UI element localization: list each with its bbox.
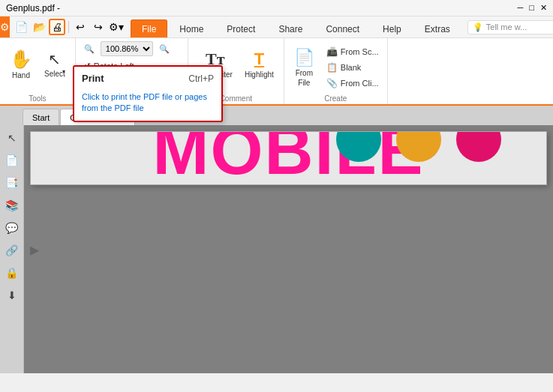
tell-me-search[interactable]: 💡 Tell me w...	[467, 20, 553, 34]
sidebar-download-icon[interactable]: ⬇	[2, 286, 22, 305]
app-title: Genplus.pdf -	[6, 3, 60, 13]
blank-btn[interactable]: 📋 Blank	[323, 60, 383, 75]
clipboard-icon: 📎	[326, 78, 338, 88]
ribbon-tabs: File Home Protect Share Connect Help Ext…	[128, 16, 461, 37]
zoom-in-icon: 🔍	[159, 44, 170, 54]
new-file-btn[interactable]: 📄	[13, 19, 29, 35]
tell-me-placeholder: Tell me w...	[486, 22, 527, 31]
select-tool-btn[interactable]: ↖ Select ▾	[39, 41, 71, 86]
tooltip-shortcut: Ctrl+P	[188, 73, 214, 84]
print-btn[interactable]: 🖨	[49, 19, 65, 35]
create-small-buttons: 📠 From Sc... 📋 Blank 📎 From Cli...	[323, 45, 383, 90]
tab-help[interactable]: Help	[371, 19, 413, 37]
tell-me-area: 💡 Tell me w...	[461, 20, 553, 34]
highlight-icon: T	[254, 49, 264, 69]
toolbar-row: ⚙ 📄 📂 🖨 ↩ ↪ ⚙▾ File Home Protect Share C…	[0, 16, 553, 38]
zoom-select[interactable]: 100.86% 50% 75% 125% 150% 200%	[101, 41, 153, 56]
circle-pink	[456, 131, 501, 162]
more-btn[interactable]: ⚙▾	[108, 19, 125, 35]
circle-amber	[396, 131, 441, 162]
page-nav-arrow[interactable]: ▶	[30, 242, 39, 256]
hand-label: Hand	[12, 71, 30, 79]
sidebar-pages-icon[interactable]: 📑	[2, 173, 22, 193]
zoom-out-btn[interactable]: 🔍	[80, 41, 98, 56]
from-clipboard-btn[interactable]: 📎 From Cli...	[323, 76, 383, 91]
hand-tool-btn[interactable]: ✋ Hand	[5, 41, 38, 86]
undo-btn[interactable]: ↩	[72, 19, 89, 35]
app-logo-btn[interactable]: ⚙	[0, 16, 10, 37]
tooltip-description: Click to print the PDF file or pages fro…	[82, 91, 214, 115]
left-sidebar: ↖ 📄 📑 📚 💬 🔗 🔒 ⬇	[0, 125, 24, 373]
zoom-in-btn[interactable]: 🔍	[155, 41, 173, 56]
from-scanner-label: From Sc...	[341, 47, 379, 56]
tab-share[interactable]: Share	[267, 19, 314, 37]
tab-protect[interactable]: Protect	[215, 19, 266, 37]
maximize-btn[interactable]: □	[529, 3, 534, 13]
pdf-circles	[336, 131, 501, 162]
tools-label: Tools	[29, 93, 46, 103]
circle-teal	[336, 131, 381, 162]
select-icon: ↖	[48, 50, 61, 68]
print-tooltip: Print Ctrl+P Click to print the PDF file…	[73, 65, 223, 122]
open-btn[interactable]: 📂	[31, 19, 47, 35]
from-scanner-btn[interactable]: 📠 From Sc...	[323, 44, 383, 59]
tools-group-content: ✋ Hand ↖ Select ▾	[5, 41, 71, 93]
highlight-btn[interactable]: T Highlight	[239, 41, 279, 86]
comment-label: Comment	[220, 93, 252, 103]
document-area: ↖ 📄 📑 📚 💬 🔗 🔒 ⬇ ▶ MOBILE	[0, 125, 553, 373]
hand-icon: ✋	[10, 49, 32, 70]
sidebar-lock-icon[interactable]: 🔒	[2, 263, 22, 283]
tab-extras[interactable]: Extras	[413, 19, 461, 37]
from-file-label-1: From	[296, 69, 313, 77]
ribbon-group-create: 📄 From File 📠 From Sc... 📋 Blank 📎 From …	[284, 38, 388, 104]
sidebar-link-icon[interactable]: 🔗	[2, 241, 22, 260]
from-file-label-2: File	[298, 79, 310, 87]
close-btn[interactable]: ✕	[540, 3, 547, 13]
window-controls[interactable]: ─ □ ✕	[518, 3, 547, 13]
zoom-row: 🔍 100.86% 50% 75% 125% 150% 200% 🔍	[80, 41, 173, 56]
create-label: Create	[324, 93, 347, 103]
sidebar-cursor-icon[interactable]: ↖	[2, 128, 22, 148]
pdf-page: MOBILE	[30, 131, 547, 185]
start-tab-label: Start	[32, 113, 50, 122]
sidebar-page-icon[interactable]: 📄	[2, 151, 22, 170]
redo-btn[interactable]: ↪	[90, 19, 107, 35]
sidebar-layers-icon[interactable]: 📚	[2, 196, 22, 215]
quick-toolbar: 📄 📂 🖨 ↩ ↪ ⚙▾	[10, 16, 128, 37]
highlight-label: Highlight	[245, 70, 274, 79]
lightbulb-icon: 💡	[473, 22, 483, 32]
tooltip-title-row: Print Ctrl+P	[82, 73, 214, 88]
tooltip-title: Print	[82, 73, 104, 84]
title-bar: Genplus.pdf - ─ □ ✕	[0, 0, 553, 16]
tab-home[interactable]: Home	[168, 19, 215, 37]
from-clipboard-label: From Cli...	[341, 79, 379, 88]
minimize-btn[interactable]: ─	[518, 3, 524, 13]
sidebar-comment-icon[interactable]: 💬	[2, 218, 22, 238]
blank-label: Blank	[341, 63, 362, 72]
separator	[68, 21, 69, 33]
tab-connect[interactable]: Connect	[314, 19, 371, 37]
ribbon-group-tools: ✋ Hand ↖ Select ▾ Tools	[0, 38, 76, 104]
pdf-area: ▶ MOBILE	[24, 125, 553, 373]
from-file-icon: 📄	[294, 48, 314, 67]
zoom-out-icon: 🔍	[84, 44, 95, 54]
blank-icon: 📋	[326, 62, 338, 73]
from-scanner-icon: 📠	[326, 46, 338, 57]
from-file-btn[interactable]: 📄 From File	[289, 45, 320, 90]
app-logo-icon: ⚙	[0, 21, 10, 33]
tab-file[interactable]: File	[131, 19, 167, 37]
doc-tab-start[interactable]: Start	[23, 109, 59, 125]
select-dropdown-arrow: ▾	[62, 68, 65, 75]
create-group-content: 📄 From File 📠 From Sc... 📋 Blank 📎 From …	[289, 41, 383, 93]
ribbon: ✋ Hand ↖ Select ▾ Tools 🔍 100.86% 50% 75…	[0, 38, 553, 106]
